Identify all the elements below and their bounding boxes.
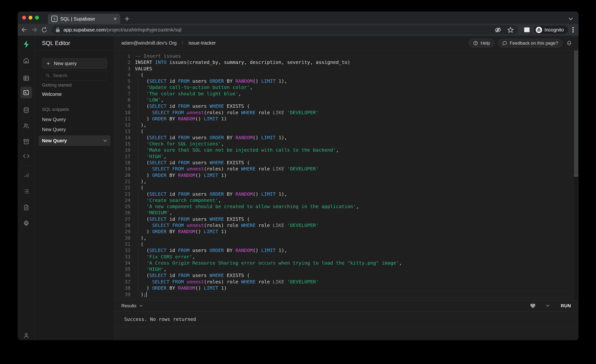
account-user-icon[interactable] (23, 333, 29, 339)
code-line[interactable]: 12 ), (114, 122, 579, 128)
code-line[interactable]: 7 'The color should be light blue', (114, 91, 579, 97)
feedback-button[interactable]: Feedback on this page? (498, 39, 563, 47)
code-line[interactable]: 8 'LOW', (114, 97, 579, 103)
panel-header: SQL Editor (35, 36, 114, 51)
search-box[interactable] (42, 71, 107, 81)
line-number: 2 (114, 59, 130, 65)
sql-editor[interactable]: 1-- Insert issues2INSERT INTO issues(cre… (114, 51, 579, 300)
code-line[interactable]: 4 ( (114, 72, 579, 78)
favorite-heart-icon[interactable] (530, 303, 536, 308)
functions-code-icon[interactable] (23, 153, 30, 159)
bookmark-star-icon[interactable] (507, 27, 514, 33)
code-line[interactable]: 32 (SELECT id FROM users ORDER BY RANDOM… (114, 247, 579, 253)
code-line[interactable]: 17 'HIGH', (114, 153, 579, 159)
new-tab-button[interactable] (124, 16, 130, 22)
line-number: 28 (114, 222, 130, 228)
line-number: 30 (114, 235, 130, 241)
window-zoom-button[interactable] (35, 16, 39, 20)
code-line[interactable]: 36 (SELECT id FROM users WHERE EXISTS ( (114, 272, 579, 278)
line-number: 19 (114, 166, 130, 172)
code-line[interactable]: 35 'HIGH', (114, 266, 579, 272)
code-line[interactable]: 19 SELECT FROM unnest(roles) role WHERE … (114, 166, 579, 172)
back-icon[interactable] (21, 26, 28, 33)
code-line[interactable]: 31 ( (114, 241, 579, 247)
code-line[interactable]: 9 (SELECT id FROM users WHERE EXISTS ( (114, 103, 579, 109)
code-line[interactable]: 3VALUES (114, 66, 579, 72)
settings-gear-icon[interactable] (23, 220, 30, 227)
window-close-button[interactable] (22, 16, 26, 20)
auth-users-icon[interactable] (23, 123, 30, 129)
editor-scrollbar[interactable] (574, 51, 578, 300)
code-line[interactable]: 2INSERT INTO issues(created_by, summary,… (114, 59, 579, 65)
sidebar-item-new-query-1[interactable]: New Query (42, 117, 66, 122)
code-line[interactable]: 6 'Update call-to-action button color', (114, 84, 579, 90)
storage-icon[interactable] (23, 139, 29, 145)
code-line[interactable]: 30 ), (114, 235, 579, 241)
code-line[interactable]: 37 SELECT FROM unnest(roles) role WHERE … (114, 279, 579, 285)
breadcrumb-project[interactable]: issue-tracker (189, 40, 466, 46)
line-number: 3 (114, 66, 130, 72)
code-line[interactable]: 25 'A new component should be created to… (114, 203, 579, 209)
code-line[interactable]: 1-- Insert issues (114, 53, 579, 59)
reports-chart-icon[interactable] (23, 172, 29, 178)
code-line[interactable]: 18 (SELECT id FROM users WHERE EXISTS ( (114, 159, 579, 166)
search-icon (45, 74, 50, 78)
code-line[interactable]: 39 ); (114, 291, 579, 297)
new-query-label: New query (54, 61, 77, 66)
home-icon[interactable] (23, 58, 29, 64)
code-line[interactable]: 29 ) ORDER BY RANDOM() LIMIT 1) (114, 228, 579, 235)
new-query-button[interactable]: New query (42, 58, 107, 69)
code-line[interactable]: 33 'Fix CORS error', (114, 254, 579, 260)
url-text: app.supabase.com/project/azahtnhqohyjerz… (63, 27, 488, 33)
line-number: 10 (114, 109, 130, 116)
forward-icon[interactable] (31, 26, 38, 33)
url-bar[interactable]: app.supabase.com/project/azahtnhqohyjerz… (51, 25, 518, 34)
search-input[interactable] (53, 73, 101, 78)
browser-menu-icon[interactable] (572, 26, 574, 33)
code-line[interactable]: 21 ), (114, 178, 579, 185)
supabase-logo-icon[interactable] (23, 40, 30, 48)
code-line[interactable]: 24 'Create search component', (114, 197, 579, 203)
help-button[interactable]: Help (469, 39, 494, 47)
code-line[interactable]: 34 'A Cross Origin Resource Sharing erro… (114, 260, 579, 266)
side-panel-icon[interactable] (523, 26, 530, 33)
run-options-chevron-icon[interactable] (546, 305, 550, 307)
table-editor-icon[interactable] (23, 75, 29, 82)
sidebar-item-new-query-selected[interactable]: New Query (39, 135, 110, 146)
code-line[interactable]: 11 ) ORDER BY RANDOM() LIMIT 1) (114, 116, 579, 122)
reload-icon[interactable] (41, 27, 47, 33)
tab-search-chevron-icon[interactable] (568, 17, 573, 21)
code-line[interactable]: 14 (SELECT id FROM users ORDER BY RANDOM… (114, 134, 579, 141)
sidebar-item-new-query-2[interactable]: New Query (42, 127, 66, 132)
code-line[interactable]: 15 'Check for SQL injections', (114, 141, 579, 147)
line-number: 20 (114, 172, 130, 178)
code-line[interactable]: 16 'Make sure that SQL can not be inject… (114, 147, 579, 153)
code-line[interactable]: 5 (SELECT id FROM users ORDER BY RANDOM(… (114, 78, 579, 84)
tab-close-icon[interactable]: × (113, 16, 117, 22)
breadcrumb-org[interactable]: adam@windmill.dev's Org (121, 40, 177, 46)
docs-file-icon[interactable] (23, 204, 29, 210)
results-chevron-icon[interactable] (139, 305, 143, 307)
run-button[interactable]: RUN (561, 303, 571, 308)
code-line[interactable]: 23 (SELECT id FROM users ORDER BY RANDOM… (114, 191, 579, 197)
line-number: 9 (114, 103, 130, 109)
database-icon[interactable] (23, 107, 29, 113)
scrollbar-thumb[interactable] (574, 51, 578, 176)
window-minimize-button[interactable] (29, 16, 32, 20)
code-line[interactable]: 10 SELECT FROM unnest(roles) role WHERE … (114, 109, 579, 116)
code-line[interactable]: 27 (SELECT id FROM users WHERE EXISTS ( (114, 216, 579, 222)
code-line[interactable]: 38 ) ORDER BY RANDOM() LIMIT 1) (114, 285, 579, 291)
code-line[interactable]: 28 SELECT FROM unnest(roles) role WHERE … (114, 222, 579, 228)
sql-editor-icon[interactable] (20, 87, 32, 98)
sidebar-item-welcome[interactable]: Welcome (42, 91, 62, 97)
logs-list-icon[interactable] (23, 188, 29, 195)
code-line[interactable]: 20 ) ORDER BY RANDOM() LIMIT 1) (114, 172, 579, 178)
code-line[interactable]: 22 ( (114, 185, 579, 191)
notifications-bell-icon[interactable] (566, 40, 572, 46)
code-line[interactable]: 13 ( (114, 128, 579, 134)
eye-off-icon[interactable] (495, 27, 501, 33)
code-line[interactable]: 26 'MEDIUM', (114, 209, 579, 216)
browser-tab[interactable]: SQL | Supabase × (48, 14, 120, 24)
results-label[interactable]: Results (121, 303, 136, 308)
chevron-down-icon[interactable] (103, 140, 107, 142)
